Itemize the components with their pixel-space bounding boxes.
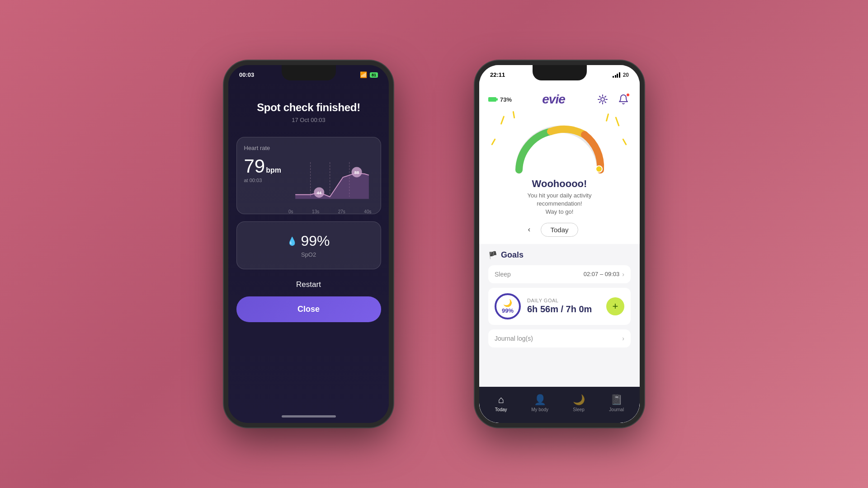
phone2-content: 73% evie xyxy=(479,65,640,423)
activity-gauge xyxy=(510,120,609,179)
nav-label-my-body: My body xyxy=(531,407,548,412)
phone1-wifi-icon: 📶 xyxy=(360,71,367,78)
chart-label-13s: 13s xyxy=(312,209,319,214)
evie-logo: evie xyxy=(542,92,565,107)
settings-icon-btn[interactable] xyxy=(595,92,610,107)
confetti-4 xyxy=(615,117,619,127)
phone1-date: 17 Oct 00:03 xyxy=(292,117,325,123)
hr-card-label: Heart rate xyxy=(244,145,373,151)
hr-value-block: 79 bpm at 00:03 xyxy=(244,157,282,183)
journal-icon: 📓 xyxy=(610,394,623,406)
gauge-wrapper xyxy=(510,120,609,174)
phone-1: 00:03 📶 81 Spot check finished! 17 Oct 0… xyxy=(224,61,393,427)
svg-rect-9 xyxy=(496,99,498,101)
goals-flag-icon: 🏴 xyxy=(488,251,497,259)
spo2-value: 99% xyxy=(301,233,330,249)
journal-logs-label: Journal log(s) xyxy=(495,335,533,342)
phone2-time: 22:11 xyxy=(490,71,505,78)
sleep-range: 02:07 – 09:03 xyxy=(584,271,620,277)
battery-indicator: 73% xyxy=(488,96,512,103)
nav-label-today: Today xyxy=(495,407,507,412)
daily-goal-label: Daily goal xyxy=(527,298,600,303)
nav-item-sleep[interactable]: 🌙 Sleep xyxy=(567,390,590,416)
confetti-6 xyxy=(622,138,627,145)
daily-goal-value: 6h 56m / 7h 0m xyxy=(527,304,600,314)
sleep-time-range: 02:07 – 09:03 › xyxy=(584,271,624,278)
hr-value: 79 bpm xyxy=(244,157,282,176)
home-indicator xyxy=(282,415,336,418)
spo2-label: SpO2 xyxy=(301,251,316,258)
chart-label-40s: 40s xyxy=(364,209,371,214)
svg-text:88: 88 xyxy=(354,170,359,175)
activity-text: You hit your daily activityrecommendatio… xyxy=(528,192,592,216)
today-nav: ‹ Today › xyxy=(523,223,596,237)
chart-x-labels: 0s 13s 27s 40s xyxy=(287,209,373,214)
sleep-chevron-icon: › xyxy=(622,271,624,278)
notification-dot xyxy=(626,93,630,97)
restart-button[interactable]: Restart xyxy=(296,280,321,289)
add-button[interactable]: + xyxy=(606,297,624,315)
confetti-5 xyxy=(491,138,496,145)
phones-container: 00:03 📶 81 Spot check finished! 17 Oct 0… xyxy=(224,61,644,427)
today-button[interactable]: Today xyxy=(541,223,578,237)
sleep-icon: 🌙 xyxy=(573,394,585,406)
confetti-2 xyxy=(513,111,515,118)
svg-point-11 xyxy=(596,166,602,172)
sleep-row[interactable]: Sleep 02:07 – 09:03 › xyxy=(488,265,631,283)
nav-label-sleep: Sleep xyxy=(573,407,585,412)
hr-unit: bpm xyxy=(266,166,281,174)
journal-logs-chevron-icon: › xyxy=(622,335,624,342)
journal-logs-row[interactable]: Journal log(s) › xyxy=(488,329,631,347)
nav-item-my-body[interactable]: 👤 My body xyxy=(526,390,554,416)
goals-title: Goals xyxy=(501,250,524,260)
moon-icon: 🌙 xyxy=(503,299,512,307)
nav-item-today[interactable]: ⌂ Today xyxy=(490,390,513,416)
hr-time: at 00:03 xyxy=(244,178,282,183)
signal-bars xyxy=(613,72,620,78)
notification-icon-btn[interactable] xyxy=(616,92,631,107)
phone1-status-bar: 00:03 📶 81 xyxy=(228,71,389,78)
my-body-icon: 👤 xyxy=(534,394,546,406)
nav-item-journal[interactable]: 📓 Journal xyxy=(604,390,629,416)
battery-pct-label: 73% xyxy=(500,96,512,103)
spo2-card: 💧 99% SpO2 xyxy=(236,221,381,269)
nav-label-journal: Journal xyxy=(609,407,624,412)
svg-rect-8 xyxy=(488,97,496,102)
phone2-battery-pct: 20 xyxy=(623,72,629,78)
phone-2: 22:11 20 73% xyxy=(475,61,644,427)
hr-card-inner: 79 bpm at 00:03 xyxy=(244,157,373,206)
celebration-text: Woohoooo! You hit your daily activityrec… xyxy=(528,178,592,216)
header-icons xyxy=(595,92,631,107)
sleep-detail-row[interactable]: 🌙 99% Daily goal 6h 56m / 7h 0m + xyxy=(488,288,631,325)
heart-rate-card: Heart rate 79 bpm at 00:03 xyxy=(236,137,381,214)
gauge-section: Woohoooo! You hit your daily activityrec… xyxy=(479,111,640,244)
battery-icon xyxy=(488,97,498,102)
sleep-label: Sleep xyxy=(495,271,511,278)
chart-label-0s: 0s xyxy=(288,209,293,214)
woo-text: Woohoooo! xyxy=(528,178,592,190)
phone1-content: Spot check finished! 17 Oct 00:03 Heart … xyxy=(228,65,389,423)
heart-rate-chart: 44 88 xyxy=(287,157,373,206)
prev-day-button[interactable]: ‹ xyxy=(523,223,535,236)
svg-text:44: 44 xyxy=(316,190,321,195)
confetti-1 xyxy=(500,116,505,125)
sleep-pct: 99% xyxy=(502,307,514,314)
chart-area: 44 88 0s 13s 27s 40s xyxy=(287,157,373,206)
sleep-circle: 🌙 99% xyxy=(495,293,521,319)
phone2-status-bar: 22:11 20 xyxy=(479,71,640,78)
phone1-title: Spot check finished! xyxy=(257,101,360,114)
goals-header: 🏴 Goals xyxy=(488,250,631,260)
sleep-goal-text: Daily goal 6h 56m / 7h 0m xyxy=(527,298,600,314)
settings-icon xyxy=(597,94,608,105)
drop-icon: 💧 xyxy=(287,236,297,246)
today-icon: ⌂ xyxy=(498,394,504,406)
phone2-status-right: 20 xyxy=(613,72,629,78)
phone1-status-right: 📶 81 xyxy=(360,71,378,78)
phone1-time: 00:03 xyxy=(239,71,254,78)
hr-number: 79 xyxy=(244,157,265,176)
bottom-nav: ⌂ Today 👤 My body 🌙 Sleep 📓 Journal xyxy=(479,387,640,423)
spo2-row: 💧 99% xyxy=(287,233,330,249)
close-button[interactable]: Close xyxy=(236,296,381,322)
chart-label-27s: 27s xyxy=(338,209,345,214)
phone1-battery: 81 xyxy=(370,72,378,78)
